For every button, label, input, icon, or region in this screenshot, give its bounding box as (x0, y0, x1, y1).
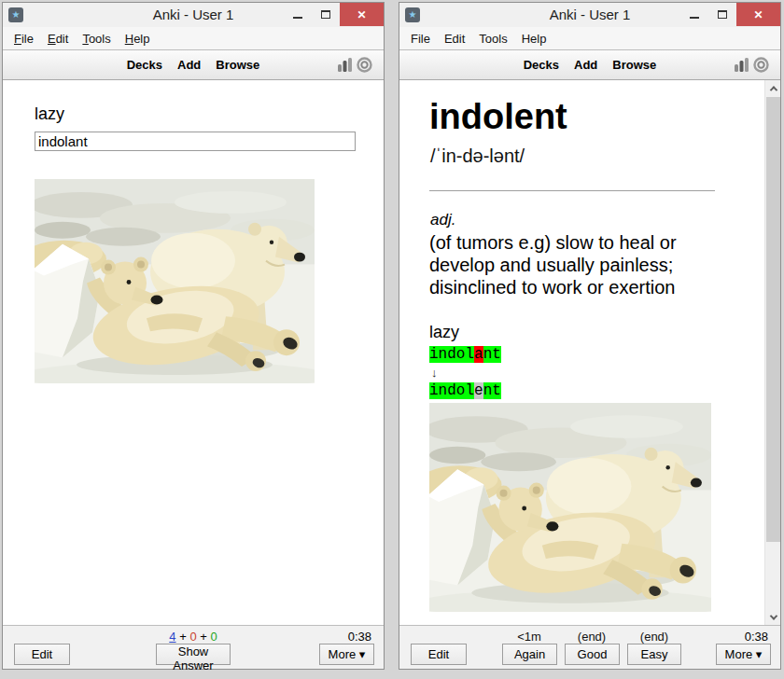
pronunciation: /ˈin-də-lənt/ (430, 146, 525, 167)
correct-answer-diff: indolent (429, 382, 501, 399)
menu-file[interactable]: File (14, 32, 34, 46)
titlebar[interactable]: ★ Anki - User 1 ✕ (399, 3, 780, 27)
diff-good-segment: indol (429, 382, 474, 399)
edit-button[interactable]: Edit (411, 644, 467, 665)
maximize-button[interactable] (708, 3, 736, 26)
maximize-icon (321, 10, 330, 19)
polar-bears-image (429, 403, 711, 612)
toolbar: Decks Add Browse (3, 50, 384, 80)
divider (429, 190, 715, 191)
edit-button[interactable]: Edit (14, 644, 70, 665)
more-button[interactable]: More ▾ (716, 644, 771, 665)
diff-good-segment: indol (429, 346, 474, 363)
answer-bar: <1m (end) (end) 0:38 Edit Again Good Eas… (399, 625, 780, 669)
chevron-up-icon (769, 86, 777, 93)
scroll-up-button[interactable] (765, 80, 780, 96)
diff-good-segment: nt (483, 346, 501, 363)
again-interval-label: <1m (517, 630, 541, 644)
anki-window-question: ★ Anki - User 1 ✕ File Edit Tools Help D… (2, 2, 385, 670)
card-timer: 0:38 (745, 630, 768, 644)
more-button[interactable]: More ▾ (319, 644, 374, 665)
plus-separator: + (200, 630, 207, 644)
good-interval-label: (end) (578, 630, 606, 644)
scroll-down-button[interactable] (765, 609, 780, 625)
toolbar-link-browse[interactable]: Browse (216, 58, 259, 72)
diff-missed-segment: e (474, 382, 483, 399)
maximize-button[interactable] (312, 3, 340, 26)
toolbar-link-add[interactable]: Add (177, 58, 201, 72)
menu-tools[interactable]: Tools (82, 32, 110, 46)
stats-icon[interactable] (337, 57, 353, 73)
card-front-word: lazy (429, 323, 459, 342)
chevron-down-icon (769, 612, 777, 619)
typed-answer-diff: indolant (429, 346, 501, 363)
plus-separator: + (179, 630, 187, 644)
again-button[interactable]: Again (502, 644, 557, 665)
card-answer-area: indolent /ˈin-də-lənt/ adj. (of tumors e… (399, 80, 780, 625)
menu-help[interactable]: Help (125, 32, 150, 46)
diff-good-segment: nt (483, 382, 501, 399)
polar-bears-image (35, 179, 315, 383)
diff-arrow-icon: ↓ (431, 366, 438, 380)
close-icon: ✕ (357, 8, 366, 21)
due-counts: 4 + 0 + 0 (3, 630, 384, 644)
anki-window-answer: ★ Anki - User 1 ✕ File Edit Tools Help D… (399, 2, 781, 670)
review-count: 0 (210, 630, 217, 644)
vertical-scrollbar[interactable] (764, 80, 780, 625)
card-front-word: lazy (35, 104, 64, 124)
learn-count: 0 (189, 630, 196, 644)
status-bar: 4 + 0 + 0 0:38 Edit Show Answer More ▾ (3, 625, 384, 669)
part-of-speech: adj. (430, 211, 455, 229)
toolbar: Decks Add Browse (399, 50, 780, 80)
show-answer-button[interactable]: Show Answer (156, 644, 231, 665)
diff-bad-segment: a (474, 346, 483, 363)
close-button[interactable]: ✕ (736, 3, 780, 26)
sync-icon[interactable] (753, 57, 769, 73)
maximize-icon (718, 10, 727, 19)
menu-tools[interactable]: Tools (479, 32, 507, 46)
toolbar-link-browse[interactable]: Browse (612, 58, 656, 72)
menu-edit[interactable]: Edit (48, 32, 68, 46)
definition: (of tumors e.g) slow to heal or develop … (429, 231, 722, 298)
toolbar-link-decks[interactable]: Decks (127, 58, 162, 72)
easy-button[interactable]: Easy (627, 644, 681, 665)
menubar: File Edit Tools Help (399, 27, 780, 50)
stats-icon[interactable] (734, 57, 749, 73)
close-icon: ✕ (753, 8, 763, 21)
sync-icon[interactable] (357, 57, 372, 73)
headword: indolent (429, 97, 567, 137)
minimize-button[interactable] (680, 3, 708, 26)
card-question-area: lazy (3, 80, 384, 625)
toolbar-link-decks[interactable]: Decks (524, 58, 559, 72)
new-count: 4 (169, 630, 175, 644)
minimize-icon (690, 17, 699, 19)
menu-edit[interactable]: Edit (444, 32, 465, 46)
titlebar[interactable]: ★ Anki - User 1 ✕ (3, 3, 384, 27)
easy-interval-label: (end) (640, 630, 668, 644)
menu-help[interactable]: Help (522, 32, 547, 46)
scrollbar-thumb[interactable] (766, 97, 780, 542)
menu-file[interactable]: File (411, 32, 430, 46)
good-button[interactable]: Good (565, 644, 620, 665)
type-answer-input[interactable] (35, 132, 356, 151)
menubar: File Edit Tools Help (3, 27, 384, 50)
close-button[interactable]: ✕ (340, 3, 384, 26)
minimize-icon (293, 17, 302, 19)
minimize-button[interactable] (284, 3, 312, 26)
toolbar-link-add[interactable]: Add (574, 58, 597, 72)
card-timer: 0:38 (348, 630, 371, 644)
